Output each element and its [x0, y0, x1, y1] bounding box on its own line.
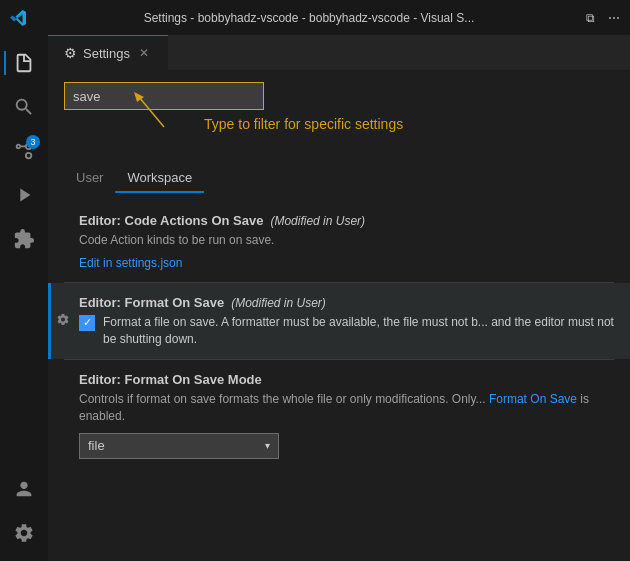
source-control-badge: 3: [26, 135, 40, 149]
activity-item-explorer[interactable]: [4, 43, 44, 83]
setting-format-on-save-mode: Editor: Format On Save Mode Controls if …: [48, 360, 630, 471]
checkbox-row: ✓ Format a file on save. A formatter mus…: [79, 314, 614, 348]
setting-modified-format: (Modified in User): [228, 296, 326, 310]
setting-title-format-mode: Editor: Format On Save Mode: [79, 372, 614, 387]
tab-bar: ⚙ Settings ✕: [48, 35, 630, 70]
setting-modified-badge: (Modified in User): [267, 214, 365, 228]
activity-item-search[interactable]: [4, 87, 44, 127]
search-area: Type to filter for specific settings: [48, 70, 630, 156]
checkmark-icon: ✓: [83, 316, 92, 329]
settings-list: Editor: Code Actions On Save (Modified i…: [48, 193, 630, 561]
dropdown-arrow-icon: ▾: [265, 440, 270, 451]
svg-line-0: [139, 97, 164, 127]
format-on-save-label: Format a file on save. A formatter must …: [103, 314, 614, 348]
setting-desc-code-actions: Code Action kinds to be run on save.: [79, 232, 614, 249]
tab-user[interactable]: User: [64, 164, 115, 193]
activity-item-source-control[interactable]: 3: [4, 131, 44, 171]
tab-settings[interactable]: ⚙ Settings ✕: [48, 35, 168, 70]
settings-tabs-bar: User Workspace: [48, 156, 630, 193]
title-bar-actions: ⧉ ⋯: [582, 10, 622, 26]
tab-close-button[interactable]: ✕: [136, 45, 152, 61]
more-actions-icon[interactable]: ⋯: [606, 10, 622, 26]
activity-item-run[interactable]: [4, 175, 44, 215]
settings-container: ⚙ Settings ✕ Type to filter for specific…: [48, 35, 630, 561]
title-bar: Settings - bobbyhadz-vscode - bobbyhadz-…: [0, 0, 630, 35]
tab-label: Settings: [83, 46, 130, 61]
activity-item-settings[interactable]: [4, 513, 44, 553]
activity-bar: 3: [0, 35, 48, 561]
activity-item-extensions[interactable]: [4, 219, 44, 259]
split-editor-icon[interactable]: ⧉: [582, 10, 598, 26]
tab-workspace[interactable]: Workspace: [115, 164, 204, 193]
setting-code-actions-on-save: Editor: Code Actions On Save (Modified i…: [48, 201, 630, 282]
format-on-save-checkbox[interactable]: ✓: [79, 315, 95, 331]
gear-icon-format-on-save[interactable]: [56, 313, 70, 330]
format-on-save-link[interactable]: Format On Save: [489, 392, 577, 406]
setting-format-on-save: Editor: Format On Save (Modified in User…: [48, 283, 630, 360]
vscode-icon: [8, 8, 28, 28]
settings-tab-icon: ⚙: [64, 45, 77, 61]
tooltip-arrow-svg: [134, 92, 214, 132]
tooltip-text: Type to filter for specific settings: [204, 116, 403, 132]
title-bar-title: Settings - bobbyhadz-vscode - bobbyhadz-…: [36, 11, 582, 25]
setting-desc-format-mode: Controls if format on save formats the w…: [79, 391, 614, 425]
dropdown-value: file: [88, 438, 105, 453]
activity-item-account[interactable]: [4, 469, 44, 509]
edit-settings-json-link[interactable]: Edit in settings.json: [79, 256, 182, 270]
setting-title-code-actions: Editor: Code Actions On Save (Modified i…: [79, 213, 614, 228]
format-mode-dropdown[interactable]: file ▾: [79, 433, 279, 459]
setting-title-format-on-save: Editor: Format On Save (Modified in User…: [79, 295, 614, 310]
dropdown-wrapper: file ▾: [79, 433, 614, 459]
